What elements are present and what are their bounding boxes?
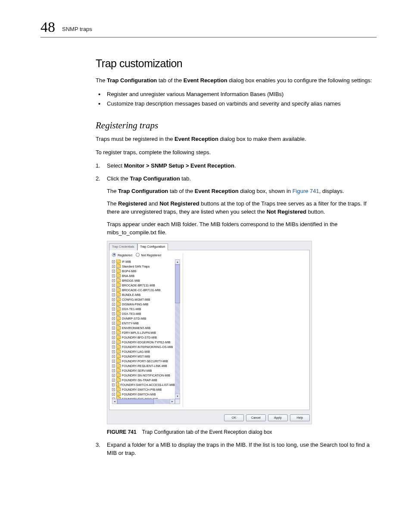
tree-item[interactable]: +FDRY-MPLS-L2VPN-MIB xyxy=(112,330,175,335)
vertical-scrollbar[interactable]: ▲ ▼ xyxy=(175,259,180,399)
expand-icon[interactable]: + xyxy=(112,393,115,396)
expand-icon[interactable]: + xyxy=(112,327,115,330)
folder-icon xyxy=(116,378,121,382)
radio-not-registered[interactable] xyxy=(136,253,140,257)
radio-registered[interactable] xyxy=(112,253,116,257)
expand-icon[interactable]: + xyxy=(112,369,115,372)
expand-icon[interactable]: + xyxy=(112,284,115,287)
bullet-list: Register and unregister various Manageme… xyxy=(96,90,377,108)
tab-trap-credentials[interactable]: Trap Credentials xyxy=(109,243,137,250)
expand-icon[interactable]: + xyxy=(112,293,115,296)
expand-icon[interactable]: + xyxy=(112,374,115,377)
tree-item[interactable]: +FOUNDRY-SWITCH-PIB-MIB xyxy=(112,387,175,392)
expand-icon[interactable]: + xyxy=(112,308,115,311)
scroll-track[interactable] xyxy=(117,399,170,404)
tree-item[interactable]: +ENTITY-MIB xyxy=(112,321,175,326)
tree-item[interactable]: +BRIDGE-MIB xyxy=(112,278,175,283)
step-2-desc: The Trap Configuration tab of the Event … xyxy=(107,187,377,196)
tree-item[interactable]: +DVMRP-STD-MIB xyxy=(112,316,175,321)
text: The xyxy=(107,200,118,207)
expand-icon[interactable]: + xyxy=(112,360,115,363)
folder-icon xyxy=(116,274,121,277)
tree-item[interactable]: +FOUNDRY-INTERWOKRING-OS-MIB xyxy=(112,345,175,349)
expand-icon[interactable]: + xyxy=(112,298,115,301)
tree-item[interactable]: +FOUNDRY-LAG-MIB xyxy=(112,349,175,354)
tree-item-label: FOUNDRY-SWITCH-ACCESS-LIST-MIB xyxy=(121,383,175,387)
expand-icon[interactable]: + xyxy=(112,336,115,339)
tree-item[interactable]: +FOUNDRY-SERV-MIB xyxy=(112,368,175,373)
folder-icon xyxy=(116,293,121,296)
tree-item[interactable]: +FOUNDRY-BFD-STD-MIB xyxy=(112,335,175,340)
expand-icon[interactable]: + xyxy=(112,270,115,273)
expand-icon[interactable]: + xyxy=(112,350,115,353)
document-page: 48 SNMP traps Trap customization The Tra… xyxy=(0,0,411,488)
tree-item[interactable]: +FOUNDRY-SWITCH-ACCESS-LIST-MIB xyxy=(112,383,175,387)
expand-icon[interactable]: + xyxy=(112,388,115,391)
expand-icon[interactable]: + xyxy=(112,265,115,268)
folder-icon xyxy=(116,392,121,396)
text: Click the xyxy=(107,175,130,182)
expand-icon[interactable]: + xyxy=(112,260,115,263)
expand-icon[interactable]: + xyxy=(112,331,115,334)
tree-item[interactable]: +FOUNDRY-EDGEIRON-TYPE2-MIB xyxy=(112,340,175,345)
tree-item[interactable]: +FOUNDRY-PORT-SECURITY-MIB xyxy=(112,359,175,364)
tree-item[interactable]: +BNA-MIB xyxy=(112,274,175,278)
horizontal-scrollbar[interactable]: ◄ ► xyxy=(112,399,175,404)
tree-item[interactable]: +FOUNDRY-SN-TRAP-MIB xyxy=(112,378,175,383)
expand-icon[interactable]: + xyxy=(112,355,115,358)
scroll-left-icon[interactable]: ◄ xyxy=(112,399,117,404)
scroll-track[interactable] xyxy=(175,264,180,394)
scroll-up-icon[interactable]: ▲ xyxy=(175,259,180,264)
expand-icon[interactable]: + xyxy=(112,383,115,386)
mib-tree[interactable]: +IF-MIB+Standard SAN Traps+BGP4-MIB+BNA-… xyxy=(112,259,180,401)
expand-icon[interactable]: + xyxy=(112,274,115,277)
cancel-button[interactable]: Cancel xyxy=(246,414,266,421)
detail-panel xyxy=(183,253,307,407)
scroll-thumb[interactable] xyxy=(117,399,154,404)
tree-item-label: IF-MIB xyxy=(122,259,131,264)
tree-item[interactable]: +BROCADE-CC-BR7131-MIB xyxy=(112,288,175,292)
text-bold: Event Reception xyxy=(195,188,239,194)
expand-icon[interactable]: + xyxy=(112,312,115,315)
tree-item[interactable]: +DSX-TE1-MIB xyxy=(112,307,175,311)
tree-item[interactable]: +CONFIG-MGMT-MIB xyxy=(112,297,175,302)
scroll-right-icon[interactable]: ► xyxy=(170,399,175,404)
tree-item[interactable]: +DSX-TE3-MIB xyxy=(112,311,175,316)
expand-icon[interactable]: + xyxy=(112,322,115,325)
expand-icon[interactable]: + xyxy=(112,289,115,292)
expand-icon[interactable]: + xyxy=(112,279,115,282)
tree-item[interactable]: +BGP4-MIB xyxy=(112,269,175,274)
tree-item[interactable]: +DISMAN-PING-MIB xyxy=(112,302,175,307)
dialog-buttons: OK Cancel Apply Help xyxy=(107,412,311,424)
traps-tree-panel: Registered Not Registered +IF-MIB+Standa… xyxy=(112,253,180,407)
step-2-filter-desc: The Registered and Not Registered button… xyxy=(107,200,377,216)
folder-icon xyxy=(116,279,121,282)
tree-item[interactable]: +FOUNDRY-MST-MIB xyxy=(112,354,175,359)
expand-icon[interactable]: + xyxy=(112,379,115,382)
text: Select xyxy=(107,162,124,169)
scroll-thumb[interactable] xyxy=(175,264,180,303)
tree-item[interactable]: +FOUNDRY-SWITCH-MIB xyxy=(112,392,175,397)
expand-icon[interactable]: + xyxy=(112,317,115,320)
tree-item[interactable]: +ENVIRONMENT-MIB xyxy=(112,326,175,330)
expand-icon[interactable]: + xyxy=(112,364,115,367)
tree-item-label: FOUNDRY-RESILIENT-LINK-MIB xyxy=(122,364,167,368)
tree-item[interactable]: +IF-MIB xyxy=(112,259,175,264)
folder-icon xyxy=(116,388,121,391)
tab-trap-configuration[interactable]: Trap Configuration xyxy=(137,243,168,250)
text: dialog box to make them available. xyxy=(218,136,306,142)
tree-item[interactable]: +Standard SAN Traps xyxy=(112,264,175,269)
scroll-down-icon[interactable]: ▼ xyxy=(175,394,180,399)
tree-item[interactable]: +BUNDLE-MIB xyxy=(112,292,175,297)
help-button[interactable]: Help xyxy=(290,414,310,421)
ok-button[interactable]: OK xyxy=(224,414,244,421)
expand-icon[interactable]: + xyxy=(112,345,115,348)
figure-link-741[interactable]: Figure 741 xyxy=(293,188,319,194)
tree-item[interactable]: +FOUNDRY-SN-NOTIFICATION-MIB xyxy=(112,373,175,378)
expand-icon[interactable]: + xyxy=(112,303,115,306)
tree-item[interactable]: +BROCADE-BR7131-MIB xyxy=(112,283,175,288)
tree-item[interactable]: +FOUNDRY-RESILIENT-LINK-MIB xyxy=(112,364,175,368)
text: dialog box, shown in xyxy=(239,188,293,194)
expand-icon[interactable]: + xyxy=(112,341,115,344)
apply-button[interactable]: Apply xyxy=(268,414,288,421)
